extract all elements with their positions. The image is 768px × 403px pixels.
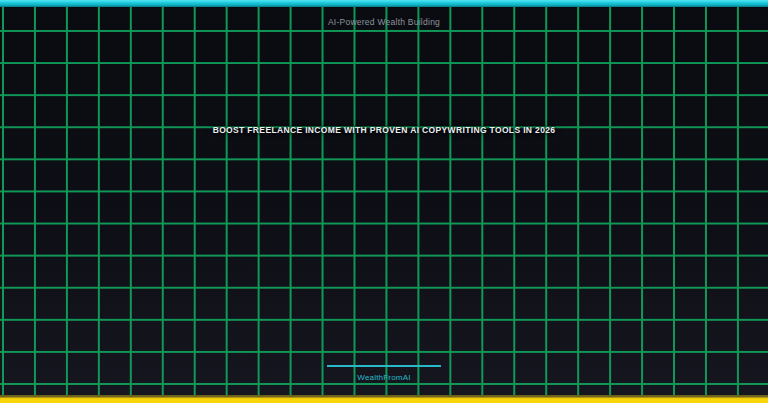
- brand-divider-line: [327, 365, 441, 367]
- bottom-accent-bar: [0, 395, 768, 403]
- brand-link[interactable]: WealthFromAI: [357, 373, 410, 382]
- banner-canvas: AI-Powered Wealth Building BOOST FREELAN…: [0, 0, 768, 403]
- headline-text: BOOST FREELANCE INCOME WITH PROVEN AI CO…: [0, 125, 768, 135]
- site-tagline: AI-Powered Wealth Building: [0, 17, 768, 27]
- top-accent-bar: [0, 0, 768, 7]
- footer-brand-block: WealthFromAI: [0, 365, 768, 382]
- grid-background: [0, 0, 768, 403]
